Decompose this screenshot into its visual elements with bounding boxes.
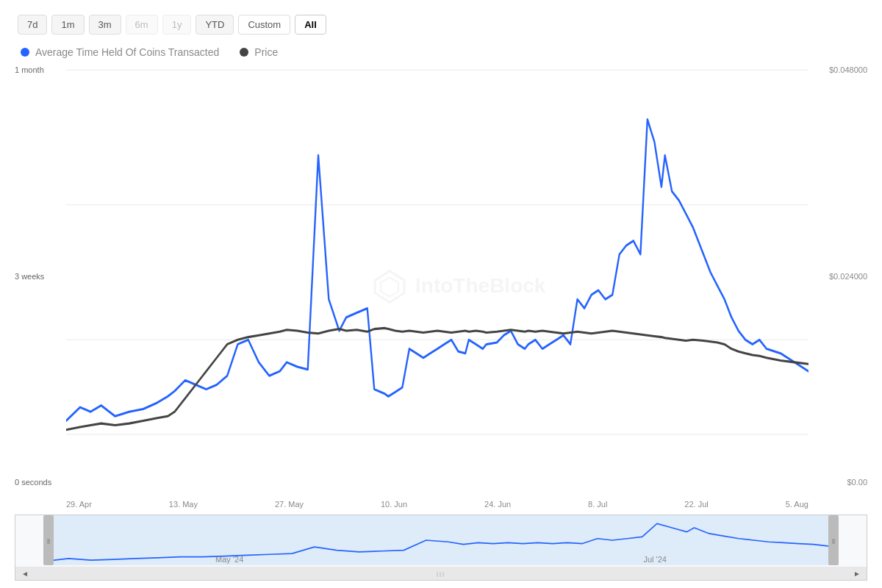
btn-7d[interactable]: 7d xyxy=(18,15,47,35)
x-label-6: 22. Jul xyxy=(684,500,708,509)
y-right-top: $0.048000 xyxy=(808,65,867,74)
chart-legend: Average Time Held Of Coins Transacted Pr… xyxy=(15,46,867,58)
x-label-5: 8. Jul xyxy=(588,500,607,509)
scroll-left-arrow[interactable]: ◄ xyxy=(18,568,32,579)
btn-all[interactable]: All xyxy=(295,15,326,35)
y-right-bot: $0.00 xyxy=(808,478,867,487)
y-axis-right: $0.048000 $0.024000 $0.00 xyxy=(808,65,867,487)
legend-dot-blue xyxy=(21,48,29,57)
x-label-7: 5. Aug xyxy=(786,500,808,509)
y-axis-left: 1 month 3 weeks 0 seconds xyxy=(15,65,66,487)
nav-date-labels: May '24 Jul '24 xyxy=(15,555,867,564)
y-left-mid: 3 weeks xyxy=(15,272,66,281)
btn-ytd[interactable]: YTD xyxy=(196,15,234,35)
x-axis-labels: 29. Apr 13. May 27. May 10. Jun 24. Jun … xyxy=(66,500,808,509)
nav-label-jul: Jul '24 xyxy=(643,555,666,564)
x-label-2: 27. May xyxy=(275,500,304,509)
legend-dot-dark xyxy=(240,48,248,57)
btn-custom[interactable]: Custom xyxy=(238,15,290,35)
nav-scroll-bar: ◄ ||| ► xyxy=(15,567,867,580)
nav-label-may: May '24 xyxy=(215,555,243,564)
legend-item-price: Price xyxy=(240,46,278,58)
y-left-top: 1 month xyxy=(15,65,66,74)
x-label-1: 13. May xyxy=(169,500,198,509)
navigator: || || May '24 Jul '24 ◄ ||| ► xyxy=(15,514,867,581)
y-left-bot: 0 seconds xyxy=(15,478,66,487)
x-label-4: 24. Jun xyxy=(484,500,511,509)
chart-main: 1 month 3 weeks 0 seconds $0.048000 $0.0… xyxy=(15,65,867,509)
btn-1y: 1y xyxy=(162,15,192,35)
scroll-thumb[interactable]: ||| xyxy=(32,570,850,577)
btn-6m: 6m xyxy=(126,15,158,35)
legend-label-price: Price xyxy=(254,46,278,58)
y-right-mid: $0.024000 xyxy=(808,272,867,281)
main-container: 7d 1m 3m 6m 1y YTD Custom All Average Ti… xyxy=(0,0,882,588)
btn-1m[interactable]: 1m xyxy=(51,15,84,35)
x-label-0: 29. Apr xyxy=(66,500,92,509)
btn-3m[interactable]: 3m xyxy=(89,15,121,35)
legend-label-avg-time: Average Time Held Of Coins Transacted xyxy=(35,46,219,58)
x-label-3: 10. Jun xyxy=(381,500,407,509)
legend-item-avg-time: Average Time Held Of Coins Transacted xyxy=(21,46,219,58)
chart-area: 1 month 3 weeks 0 seconds $0.048000 $0.0… xyxy=(15,65,867,581)
scroll-right-arrow[interactable]: ► xyxy=(850,568,864,579)
time-range-bar: 7d 1m 3m 6m 1y YTD Custom All xyxy=(15,15,867,35)
chart-svg xyxy=(66,65,808,479)
